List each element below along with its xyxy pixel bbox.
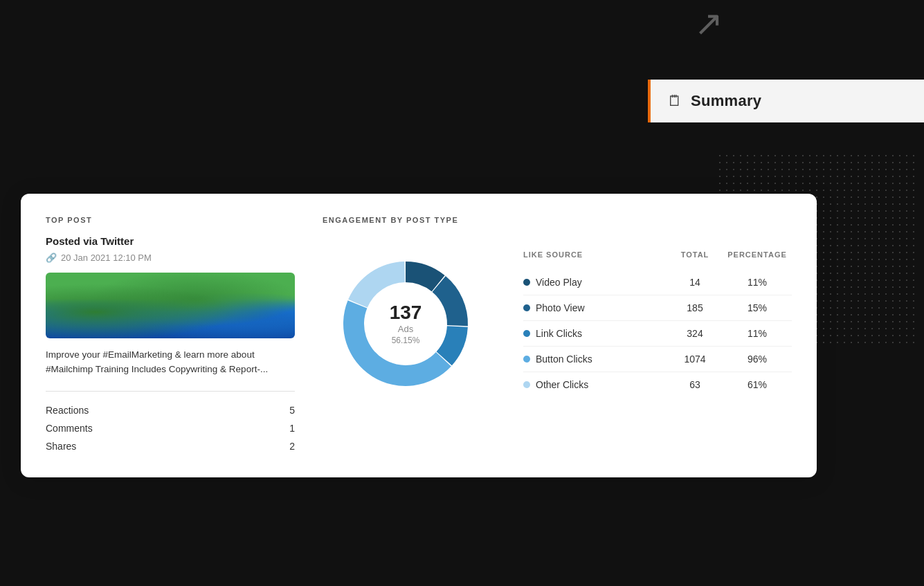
decorative-arrow: ↗ [694,3,723,44]
list-item: Shares2 [46,437,295,455]
like-pct: 11% [723,328,792,339]
post-platform: Posted via Twitter [46,235,295,247]
source-name: Button Clicks [536,354,592,365]
like-pct: 15% [723,302,792,313]
engagement-label: Reactions [46,405,89,416]
engagement-label: ENGAGEMENT BY POST TYPE [323,216,792,224]
divider [46,391,295,392]
source-dot [523,279,530,286]
engagement-content: 137 Ads 56.15% LIKE SOURCE TOTAL PERCENT… [323,241,792,407]
like-source: Button Clicks [523,354,667,365]
top-post-label: TOP POST [46,216,295,224]
engagement-count: 5 [289,405,295,416]
table-row: Other Clicks 63 61% [523,372,792,397]
source-name: Video Play [536,277,582,288]
list-item: Reactions5 [46,401,295,419]
like-pct: 11% [723,277,792,288]
like-total: 324 [667,328,723,339]
source-dot [523,330,530,337]
like-total: 14 [667,277,723,288]
col-pct: PERCENTAGE [723,250,792,259]
list-item: Comments1 [46,419,295,437]
donut-chart: 137 Ads 56.15% [323,241,489,407]
col-source: LIKE SOURCE [523,250,667,259]
like-source: Other Clicks [523,379,667,390]
like-source: Link Clicks [523,328,667,339]
source-name: Link Clicks [536,328,582,339]
table-rows: Video Play 14 11% Photo View 185 15% Lin… [523,270,792,397]
table-row: Photo View 185 15% [523,295,792,321]
source-dot [523,381,530,388]
like-pct: 96% [723,354,792,365]
donut-pct: 56.15% [390,336,422,345]
like-total: 1074 [667,354,723,365]
like-table: LIKE SOURCE TOTAL PERCENTAGE Video Play … [523,250,792,397]
top-post-section: TOP POST Posted via Twitter 🔗 20 Jan 202… [46,216,295,455]
engagement-count: 2 [289,441,295,452]
source-dot [523,304,530,311]
link-icon: 🔗 [46,253,57,263]
like-pct: 61% [723,379,792,390]
main-card: TOP POST Posted via Twitter 🔗 20 Jan 202… [21,194,817,477]
engagement-count: 1 [289,423,295,434]
table-header: LIKE SOURCE TOTAL PERCENTAGE [523,250,792,264]
donut-number: 137 [390,303,422,322]
engagement-label: Comments [46,423,93,434]
like-total: 185 [667,302,723,313]
summary-title: Summary [691,92,761,110]
source-name: Other Clicks [536,379,588,390]
table-row: Button Clicks 1074 96% [523,347,792,372]
like-source: Photo View [523,302,667,313]
table-row: Video Play 14 11% [523,270,792,295]
table-row: Link Clicks 324 11% [523,321,792,347]
source-name: Photo View [536,302,585,313]
like-total: 63 [667,379,723,390]
post-image [46,273,295,338]
post-date: 🔗 20 Jan 2021 12:10 PM [46,253,295,263]
summary-header: 🗒 Summary [648,80,924,122]
col-total: TOTAL [667,250,723,259]
engagement-rows: Reactions5Comments1Shares2 [46,401,295,455]
engagement-section: ENGAGEMENT BY POST TYPE 137 Ads 56.15% L… [323,216,792,455]
document-icon: 🗒 [667,92,682,110]
donut-center: 137 Ads 56.15% [390,303,422,345]
post-text: Improve your #EmailMarketing & learn mor… [46,348,295,377]
donut-label: Ads [390,324,422,334]
post-date-text: 20 Jan 2021 12:10 PM [61,253,152,263]
like-source: Video Play [523,277,667,288]
source-dot [523,356,530,363]
engagement-label: Shares [46,441,76,452]
